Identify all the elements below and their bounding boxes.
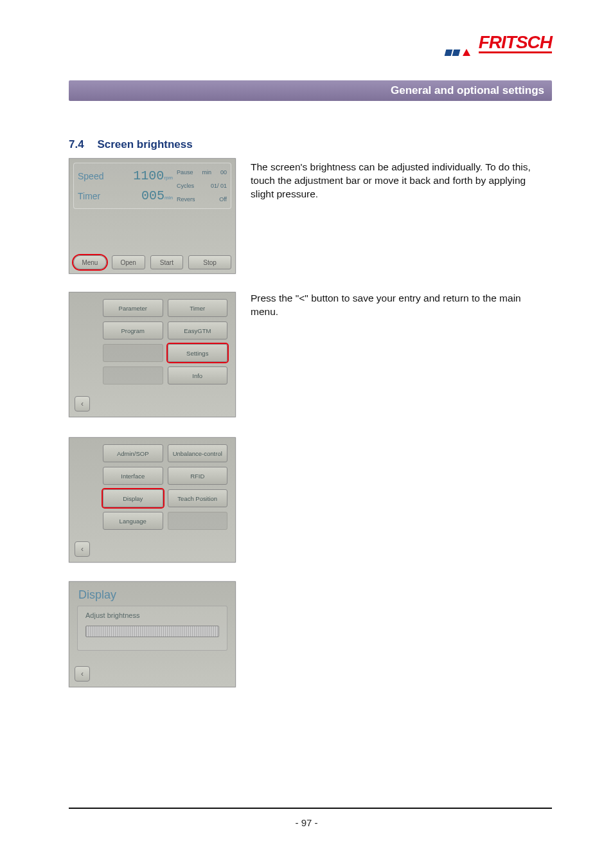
menu-admin-sop[interactable]: Admin/SOP [103,444,163,462]
brand-logo: FRITSCH [449,32,552,61]
section-heading: 7.4 Screen brightness [69,138,193,151]
screenshot-menu-settings: Admin/SOP Unbalance-control Interface RF… [69,437,236,563]
brightness-slider[interactable] [85,626,219,637]
speed-label: Speed [78,171,115,181]
menu-empty-3 [168,512,228,530]
menu-display[interactable]: Display [103,489,163,507]
speed-value: 1100 [133,168,164,183]
timer-label: Timer [78,191,115,201]
cycles-label: Cycles [177,183,194,189]
screenshot-menu-main: Parameter Timer Program EasyGTM Settings… [69,292,236,417]
paragraph-back-button: Press the "<" button to save your entry … [251,292,546,319]
pause-value: 00 [220,169,227,176]
screenshot-display-brightness: Display Adjust brightness ‹ [69,581,236,687]
revers-value: Off [219,196,227,203]
section-breadcrumb-band: General and optional settings [69,80,552,101]
logo-shapes [445,47,470,59]
section-number: 7.4 [69,138,84,150]
open-button[interactable]: Open [112,255,145,269]
menu-info[interactable]: Info [168,366,228,384]
cycles-value: 01/ 01 [211,183,227,189]
menu-empty-1 [103,344,163,362]
menu-empty-2 [103,366,163,384]
menu-easygtm[interactable]: EasyGTM [168,321,228,339]
menu-program[interactable]: Program [103,321,163,339]
pause-label: Pause [177,169,193,176]
back-button[interactable]: ‹ [75,541,90,557]
menu-timer[interactable]: Timer [168,299,228,317]
menu-settings[interactable]: Settings [168,344,228,362]
menu-parameter[interactable]: Parameter [103,299,163,317]
page-number: - 97 - [0,817,613,828]
display-panel-title: Display [69,582,235,604]
paragraph-brightness-intro: The screen's brightness can be adjusted … [251,161,546,201]
footer-rule [69,808,552,809]
menu-unbalance[interactable]: Unbalance-control [168,444,228,462]
start-button[interactable]: Start [150,255,184,269]
brightness-label: Adjust brightness [85,611,219,619]
back-button[interactable]: ‹ [75,666,90,682]
brightness-box: Adjust brightness [77,606,227,651]
status-panel: Speed Timer 1100rpm 005min Pausemin00 Cy… [73,163,231,209]
menu-teach-position[interactable]: Teach Position [168,489,228,507]
back-button[interactable]: ‹ [75,396,90,411]
menu-interface[interactable]: Interface [103,467,163,485]
menu-button[interactable]: Menu [73,255,107,269]
menu-language[interactable]: Language [103,512,163,530]
speed-unit: rpm [164,175,173,181]
stop-button[interactable]: Stop [188,255,231,269]
timer-value: 005 [141,188,164,203]
menu-rfid[interactable]: RFID [168,467,228,485]
section-title: Screen brightness [97,138,192,150]
revers-label: Revers [177,196,195,203]
timer-unit: min [164,195,173,201]
section-breadcrumb-text: General and optional settings [391,84,544,97]
screenshot-main-screen: Speed Timer 1100rpm 005min Pausemin00 Cy… [69,158,236,274]
